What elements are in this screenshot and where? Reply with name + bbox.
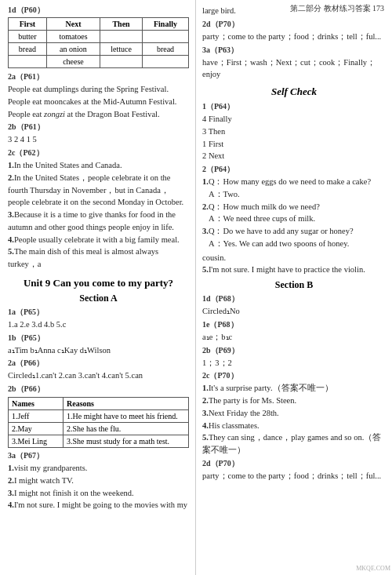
1-p64-item2: 3 Then [202, 126, 386, 138]
section-1b-u9: 1b（P65） a₁Tim b₁Anna c₁Kay d₁Wilson [8, 333, 189, 357]
2-p64-a3: A：Yes. We can add two spoons of honey. [202, 238, 386, 250]
cell-2-2: an onion [46, 43, 100, 56]
2d-content: party；come to the party；food；drinks；tell… [202, 31, 386, 43]
left-column: 1d（P60） First Next Then Finally butter t… [0, 0, 196, 575]
section-1e-p68: 1e（P68） a₁e；b₁c [202, 319, 386, 344]
2c-item1: 1.In the United States and Canada. [8, 159, 189, 172]
3a-item3: 3.I might not finish it on the weekend. [8, 487, 189, 500]
label-2-p64: 2（P64） [202, 164, 386, 175]
1d-p68-content: Circled₁No [202, 305, 386, 318]
label-2d-p70: 2d（P70） [202, 458, 386, 469]
section-2b: 2b（P61） 3 2 4 1 5 [8, 122, 189, 146]
label-2b-u9: 2b（P66） [8, 384, 189, 395]
label-2a: 2a（P61） [8, 71, 189, 82]
3a-continuation: cousin. 5.I'm not sure. I might have to … [202, 252, 386, 277]
label-1d: 1d（P60） [8, 5, 189, 16]
cont-item5: 5.I'm not sure. I might have to practice… [202, 264, 386, 276]
2c-item4: 4.People usually celebrate it with a big… [8, 234, 189, 246]
cell-1-1: butter [9, 31, 47, 43]
label-2b-p69: 2b（P69） [202, 345, 386, 356]
2c-p70-item2: 2.The party is for Ms. Steen. [202, 395, 386, 407]
label-2c: 2c（P62） [8, 147, 189, 158]
2a-u9-content: Circled₁1.can't 2.can 3.can't 4.can't 5.… [8, 369, 189, 382]
2b-p69-content: 1；3；2 [202, 357, 386, 369]
2-p64-a2: A：We need three cups of milk. [202, 213, 386, 225]
2-p64-a1: A：Two. [202, 188, 386, 201]
3a-item1: 1.visit my grandparents. [8, 462, 189, 475]
col-first: First [9, 18, 47, 31]
unit9-title: Unit 9 Can you come to my party? [8, 277, 189, 289]
label-1d-p68: 1d（P68） [202, 293, 386, 304]
2c-p70-item3: 3.Next Friday the 28th. [202, 407, 386, 420]
2d-p70-content: party；come to the party；food；drinks；tell… [202, 470, 386, 482]
1-p64-item4: 2 Next [202, 150, 386, 162]
3a-item2: 2.I might watch TV. [8, 475, 189, 487]
col-then: Then [100, 18, 143, 31]
1e-p68-content: a₁e；b₁c [202, 331, 386, 344]
2-p64-q2: 2.Q：How much milk do we need? [202, 201, 386, 213]
right-column: large bird. 2d（P70） party；come to the pa… [196, 0, 392, 575]
2a-line2: People eat mooncakes at the Mid-Autumn F… [8, 96, 189, 108]
2c-item5: 5.The main dish of this meal is almost a… [8, 246, 189, 271]
section-2d-p70: 2d（P70） party；come to the party；food；dri… [202, 458, 386, 482]
section-3a-u9: 3a（P67） 1.visit my grandparents. 2.I mig… [8, 450, 189, 511]
vocab-table-1d: First Next Then Finally butter tomatoes … [8, 17, 189, 68]
cell-3-2: cheese [46, 56, 100, 68]
section-1-p64: 1（P64） 4 Finally 3 Then 1 First 2 Next [202, 101, 386, 162]
section-2a: 2a（P61） People eat dumplings during the … [8, 71, 189, 120]
label-2b: 2b（P61） [8, 122, 189, 133]
col-finally: Finally [142, 18, 188, 31]
section-2a-u9: 2a（P66） Circled₁1.can't 2.can 3.can't 4.… [8, 358, 189, 382]
label-2d: 2d（P70） [202, 19, 386, 30]
3a-content: have；First；wash；Next；cut；cook；Finally；en… [202, 56, 386, 82]
2-p64-q1: 1.Q：How many eggs do we need to make a c… [202, 176, 386, 188]
qa-row2-reason: 2.She has the flu. [64, 423, 189, 435]
page: 第二部分 教材练习答案 173 1d（P60） First Next Then … [0, 0, 392, 575]
label-2a-u9: 2a（P66） [8, 358, 189, 369]
self-check-title: Self Check [202, 86, 386, 98]
section-1a-u9: 1a（P65） 1.a 2.e 3.d 4.b 5.c [8, 307, 189, 331]
section-2b-p69: 2b（P69） 1；3；2 [202, 345, 386, 369]
section-a-title: Section A [8, 293, 189, 304]
1-p64-item1: 4 Finally [202, 113, 386, 126]
qa-col-reasons: Reasons [64, 398, 189, 410]
qa-row1-reason: 1.He might have to meet his friend. [64, 410, 189, 423]
label-1e-p68: 1e（P68） [202, 319, 386, 330]
1b-content: a₁Tim b₁Anna c₁Kay d₁Wilson [8, 344, 189, 357]
2c-p70-item4: 4.His classmates. [202, 420, 386, 432]
cell-1-2: tomatoes [46, 31, 100, 43]
section-b-title: Section B [202, 279, 386, 291]
2a-line3: People eat zongzi at the Dragon Boat Fes… [8, 108, 189, 121]
cell-3-3 [100, 56, 143, 68]
3a-item4: 4.I'm not sure. I might be going to the … [8, 499, 189, 511]
section-2c: 2c（P62） 1.In the United States and Canad… [8, 147, 189, 271]
qa-row1-name: 1.Jeff [9, 410, 64, 423]
page-header: 第二部分 教材练习答案 173 [290, 3, 384, 14]
2c-p70-item1: 1.It's a surprise party.（答案不唯一） [202, 382, 386, 395]
section-3a-right: 3a（P63） have；First；wash；Next；cut；cook；Fi… [202, 45, 386, 82]
2c-item2: 2.In the United States，people celebrate … [8, 172, 189, 209]
section-1d-p68: 1d（P68） Circled₁No [202, 293, 386, 318]
label-1-p64: 1（P64） [202, 101, 386, 112]
section-2-p64: 2（P64） 1.Q：How many eggs do we need to m… [202, 164, 386, 250]
1-p64-item3: 1 First [202, 138, 386, 151]
cell-2-3: lettuce [100, 43, 143, 56]
2b-content: 3 2 4 1 5 [8, 133, 189, 146]
2c-item3: 3.Because it is a time to give thanks fo… [8, 209, 189, 234]
section-2c-p70: 2c（P70） 1.It's a surprise party.（答案不唯一） … [202, 370, 386, 457]
qa-row3-reason: 3.She must study for a math test. [64, 435, 189, 448]
section-1d: 1d（P60） First Next Then Finally butter t… [8, 5, 189, 68]
label-3a-right: 3a（P63） [202, 45, 386, 56]
cell-1-4 [142, 31, 188, 43]
cell-2-1: bread [9, 43, 47, 56]
cell-2-4: bread [142, 43, 188, 56]
label-1b-u9: 1b（P65） [8, 333, 189, 344]
qa-col-names: Names [9, 398, 64, 410]
qa-row3-name: 3.Mei Ling [9, 435, 64, 448]
qa-table-2b: Names Reasons 1.Jeff 1.He might have to … [8, 397, 189, 448]
section-2b-u9: 2b（P66） Names Reasons 1.Jeff 1.He might … [8, 384, 189, 448]
section-2d: 2d（P70） party；come to the party；food；dri… [202, 19, 386, 43]
label-3a-u9: 3a（P67） [8, 450, 189, 461]
watermark: MKQE.COM [356, 565, 390, 572]
qa-row2-name: 2.May [9, 423, 64, 435]
